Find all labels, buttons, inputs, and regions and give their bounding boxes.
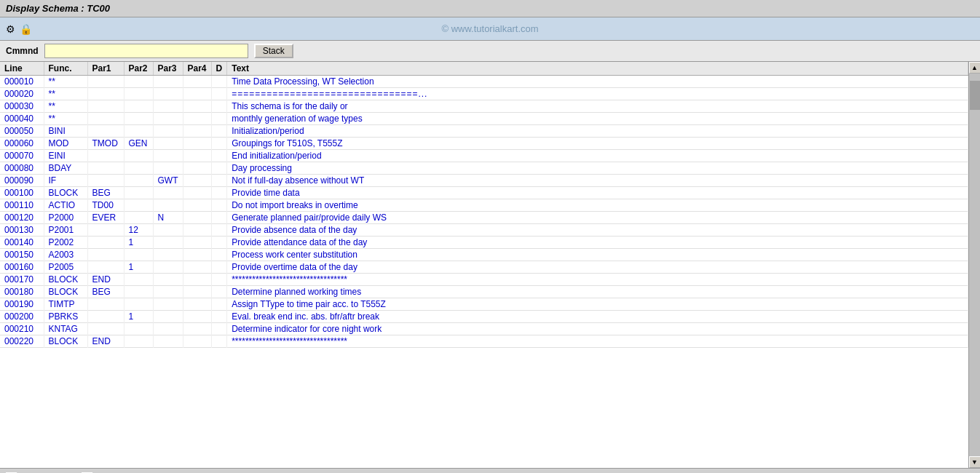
table-row[interactable]: 000110ACTIOTD00Do not import breaks in o… <box>0 199 968 212</box>
table-row[interactable]: 000200PBRKS1Eval. break end inc. abs. bf… <box>0 311 968 323</box>
col-header-func: Func. <box>44 62 87 76</box>
table-row[interactable]: 000070EINIEnd initialization/period <box>0 150 968 162</box>
table-cell: ** <box>44 100 87 113</box>
table-row[interactable]: 000100BLOCKBEGProvide time data <box>0 187 968 199</box>
table-cell <box>124 76 153 88</box>
table-cell <box>87 162 124 175</box>
table-row[interactable]: 000040**monthly generation of wage types <box>0 113 968 125</box>
table-cell: GWT <box>153 175 183 187</box>
table-cell <box>183 162 211 175</box>
command-input[interactable] <box>44 44 248 58</box>
table-row[interactable]: 000170BLOCKEND**************************… <box>0 274 968 286</box>
table-cell: IF <box>44 175 87 187</box>
vertical-scrollbar[interactable]: ▲ ▼ <box>968 62 980 468</box>
table-cell: Provide time data <box>227 187 968 199</box>
table-cell: P2005 <box>44 261 87 274</box>
table-row[interactable]: 000160P20051Provide overtime data of the… <box>0 261 968 274</box>
table-row[interactable]: 000130P200112Provide absence data of the… <box>0 224 968 236</box>
table-row[interactable]: 000010**Time Data Processing, WT Selecti… <box>0 76 968 88</box>
table-cell: Not if full-day absence without WT <box>227 175 968 187</box>
table-cell <box>153 274 183 286</box>
toolbar-icons: ⚙ 🔒 <box>6 23 32 35</box>
table-cell: BEG <box>87 187 124 199</box>
table-body: 000010**Time Data Processing, WT Selecti… <box>0 76 968 348</box>
table-cell: 000140 <box>0 236 44 249</box>
table-cell <box>87 261 124 274</box>
table-cell <box>183 323 211 335</box>
table-cell: 12 <box>124 224 153 236</box>
table-row[interactable]: 000180BLOCKBEGDetermine planned working … <box>0 286 968 298</box>
table-row[interactable]: 000030**This schema is for the daily or <box>0 100 968 113</box>
scroll-down-button[interactable]: ▼ <box>969 456 981 468</box>
table-row[interactable]: 000060MODTMODGENGroupings for T510S, T55… <box>0 138 968 150</box>
table-cell <box>87 88 124 100</box>
table-row[interactable]: 000050BINIInitialization/period <box>0 125 968 138</box>
table-cell: 1 <box>124 261 153 274</box>
table-row[interactable]: 000140P20021Provide attendance data of t… <box>0 236 968 249</box>
settings-icon[interactable]: ⚙ <box>6 23 15 35</box>
stack-button[interactable]: Stack <box>254 44 293 58</box>
table-cell <box>211 199 227 212</box>
table-cell: Assign TType to time pair acc. to T555Z <box>227 298 968 311</box>
table-row[interactable]: 000220BLOCKEND**************************… <box>0 335 968 348</box>
table-cell: EINI <box>44 150 87 162</box>
table-cell: TD00 <box>87 199 124 212</box>
table-cell <box>153 113 183 125</box>
table-cell: TMOD <box>87 138 124 150</box>
table-cell: BLOCK <box>44 286 87 298</box>
table-cell <box>183 76 211 88</box>
table-cell: ** <box>44 88 87 100</box>
table-cell <box>87 150 124 162</box>
table-row[interactable]: 000150A2003Process work center substitut… <box>0 249 968 261</box>
table-cell: 000170 <box>0 274 44 286</box>
table-cell <box>153 138 183 150</box>
table-row[interactable]: 000080BDAYDay processing <box>0 162 968 175</box>
table-cell <box>211 76 227 88</box>
scroll-track[interactable] <box>969 73 980 456</box>
table-cell <box>183 199 211 212</box>
table-cell: END <box>87 335 124 348</box>
table-cell: 000080 <box>0 162 44 175</box>
table-cell <box>211 125 227 138</box>
table-cell <box>87 298 124 311</box>
table-cell <box>183 224 211 236</box>
scroll-up-button[interactable]: ▲ <box>969 62 981 73</box>
table-cell <box>153 76 183 88</box>
table-row[interactable]: 000090IFGWTNot if full-day absence witho… <box>0 175 968 187</box>
table-cell <box>211 100 227 113</box>
table-cell <box>211 150 227 162</box>
table-cell: BDAY <box>44 162 87 175</box>
table-row[interactable]: 000190TIMTPAssign TType to time pair acc… <box>0 298 968 311</box>
col-header-par2: Par2 <box>124 62 153 76</box>
table-cell <box>183 88 211 100</box>
table-row[interactable]: 000020**================================… <box>0 88 968 100</box>
table-cell: BLOCK <box>44 274 87 286</box>
table-cell <box>211 274 227 286</box>
table-cell: KNTAG <box>44 323 87 335</box>
table-cell: 000070 <box>0 150 44 162</box>
table-cell <box>183 100 211 113</box>
table-cell <box>211 298 227 311</box>
table-cell: 000210 <box>0 323 44 335</box>
table-cell <box>124 249 153 261</box>
toolbar: ⚙ 🔒 © www.tutorialkart.com <box>0 17 980 41</box>
table-row[interactable]: 000120P2000EVERNGenerate planned pair/pr… <box>0 212 968 224</box>
table-cell <box>87 100 124 113</box>
table-cell <box>87 323 124 335</box>
table-cell <box>153 162 183 175</box>
table-cell <box>211 212 227 224</box>
table-cell <box>87 175 124 187</box>
status-bar: ◀ ▶ <box>0 468 980 473</box>
table-cell: MOD <box>44 138 87 150</box>
scroll-thumb[interactable] <box>970 81 980 110</box>
table-cell <box>183 125 211 138</box>
table-cell <box>87 236 124 249</box>
lock-icon[interactable]: 🔒 <box>20 23 32 35</box>
table-cell <box>153 150 183 162</box>
table-cell: ** <box>44 76 87 88</box>
table-cell: Time Data Processing, WT Selection <box>227 76 968 88</box>
table-cell <box>211 187 227 199</box>
table-cell <box>211 138 227 150</box>
table-cell: 000060 <box>0 138 44 150</box>
table-row[interactable]: 000210KNTAGDetermine indicator for core … <box>0 323 968 335</box>
